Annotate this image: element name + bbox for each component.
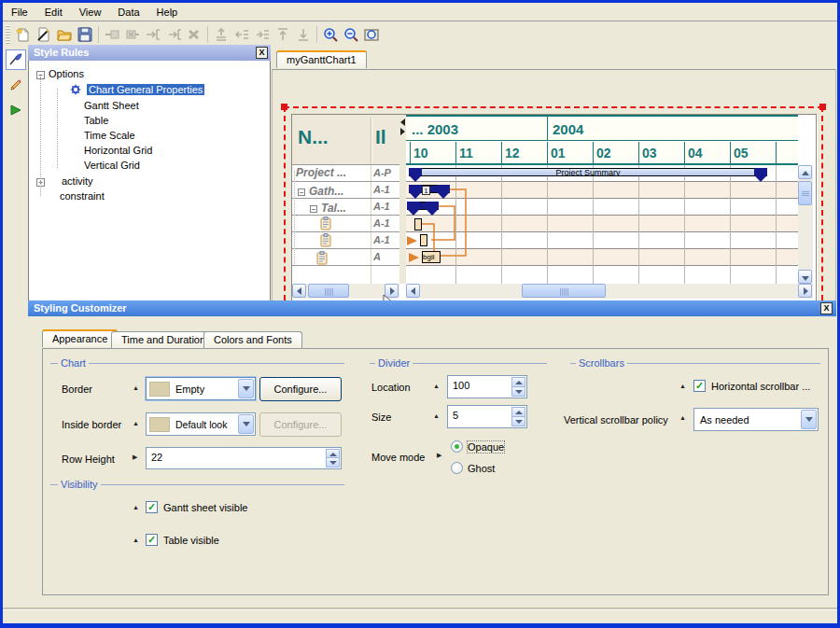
- gantt-sheet-visible-checkbox[interactable]: ✓: [146, 501, 158, 513]
- zoom-fit-icon[interactable]: [361, 24, 382, 45]
- table-cell-id[interactable]: A-1: [373, 234, 390, 245]
- vertical-scroll-thumb[interactable]: [798, 181, 812, 205]
- border-combobox[interactable]: Empty: [146, 377, 256, 400]
- customizer-titlebar[interactable]: Styling Customizer X: [28, 300, 836, 316]
- tab-myganttchart1[interactable]: myGanttChart1: [276, 50, 367, 68]
- table-cell-id[interactable]: A-1: [373, 217, 390, 229]
- gantt-horizontal-scrollbar[interactable]: [406, 284, 813, 299]
- spinner-down-icon[interactable]: [511, 416, 525, 427]
- table-row[interactable]: Project ...: [296, 166, 346, 179]
- spinner-down-icon[interactable]: [326, 457, 340, 468]
- property-marker-icon[interactable]: ▲: [133, 504, 139, 510]
- scroll-right-icon[interactable]: [798, 284, 812, 298]
- configure-border-button[interactable]: Configure...: [259, 377, 342, 401]
- indent-icon[interactable]: [252, 24, 273, 45]
- row-height-spinner[interactable]: 22: [146, 447, 342, 469]
- tree-node-constraint[interactable]: constraint: [36, 189, 105, 203]
- table-cell-id[interactable]: A-1: [373, 184, 390, 195]
- menu-data[interactable]: Data: [109, 4, 147, 21]
- tab-appearance[interactable]: Appearance: [42, 329, 118, 347]
- tree-node-options[interactable]: −Options: [36, 67, 84, 81]
- new-document-icon[interactable]: [13, 24, 34, 45]
- property-marker-icon[interactable]: ▲: [133, 384, 139, 391]
- open-icon[interactable]: [54, 24, 75, 45]
- edit-pencil-icon[interactable]: [6, 75, 26, 95]
- time-scale[interactable]: ... 2003 2004 10 11 12 01 02 03 04: [406, 115, 798, 165]
- tree-node-table[interactable]: Table: [84, 114, 108, 128]
- property-marker-icon[interactable]: ▲: [133, 420, 139, 426]
- tab-colors-and-fonts[interactable]: Colors and Fonts: [203, 331, 302, 348]
- property-marker-icon[interactable]: ▲: [133, 537, 139, 543]
- move-up-icon[interactable]: [273, 24, 293, 45]
- scroll-left-icon[interactable]: [406, 284, 420, 298]
- chevron-down-icon[interactable]: [238, 379, 254, 398]
- column-divider[interactable]: [371, 117, 371, 163]
- style-rules-titlebar[interactable]: Style Rules X: [28, 45, 271, 61]
- property-marker-icon[interactable]: ▲: [433, 412, 440, 419]
- property-marker-icon[interactable]: ▲: [433, 383, 440, 389]
- table-cell-id[interactable]: A: [373, 251, 381, 262]
- opaque-radio-label[interactable]: Opaque: [468, 441, 504, 453]
- zoom-out-icon[interactable]: [341, 24, 361, 45]
- chevron-down-icon[interactable]: [238, 414, 254, 434]
- tree-node-gantt-sheet[interactable]: Gantt Sheet: [84, 99, 139, 113]
- new-wizard-icon[interactable]: [34, 24, 54, 45]
- gantt-sheet[interactable]: ... 2003 2004 10 11 12 01 02 03 04: [406, 115, 798, 284]
- close-icon[interactable]: X: [256, 47, 268, 59]
- size-spinner[interactable]: 5: [447, 405, 527, 428]
- menu-view[interactable]: View: [71, 4, 110, 21]
- table-row[interactable]: [316, 251, 328, 268]
- property-marker-icon[interactable]: ▶: [133, 454, 137, 461]
- selection-handle[interactable]: [819, 104, 826, 110]
- divider-expand-right-icon[interactable]: [400, 128, 405, 135]
- property-marker-icon[interactable]: ▲: [679, 383, 686, 389]
- table-col-name[interactable]: N...: [298, 126, 329, 148]
- horizontal-scroll-thumb[interactable]: [522, 284, 606, 298]
- table-col-id[interactable]: Il: [375, 126, 386, 148]
- attach-data-icon[interactable]: [102, 24, 122, 45]
- save-icon[interactable]: [75, 24, 95, 45]
- scroll-left-icon[interactable]: [292, 284, 306, 298]
- scroll-down-icon[interactable]: [798, 270, 812, 284]
- paste-special-icon[interactable]: [211, 24, 231, 45]
- table-row[interactable]: −Gath...: [298, 185, 343, 198]
- inside-border-combobox[interactable]: Default look: [146, 412, 256, 436]
- table-visible-checkbox[interactable]: ✓: [146, 534, 158, 546]
- spinner-down-icon[interactable]: [511, 386, 525, 398]
- horizontal-scrollbar-checkbox[interactable]: ✓: [693, 380, 706, 392]
- table-row[interactable]: −Tal...: [310, 202, 346, 215]
- table-row[interactable]: [320, 216, 331, 233]
- scroll-up-icon[interactable]: [798, 165, 812, 179]
- toolbar-grip[interactable]: [6, 25, 10, 44]
- run-preview-icon[interactable]: [6, 100, 26, 120]
- ghost-radio[interactable]: [451, 462, 463, 474]
- vertical-scrollbar-policy-combobox[interactable]: As needed: [693, 408, 819, 431]
- preview-canvas[interactable]: N... Il Project ... A-P −Gath... A-1: [272, 69, 836, 301]
- move-down-icon[interactable]: [293, 24, 314, 45]
- property-marker-icon[interactable]: ▶: [437, 452, 441, 459]
- insert-after-icon[interactable]: [163, 24, 184, 45]
- close-icon[interactable]: X: [820, 302, 833, 314]
- insert-before-icon[interactable]: [143, 24, 163, 45]
- location-spinner[interactable]: 100: [447, 375, 527, 398]
- configure-inside-border-button[interactable]: Configure...: [259, 412, 342, 437]
- detach-data-icon[interactable]: [122, 24, 143, 45]
- table-cell-id[interactable]: A-1: [373, 201, 390, 212]
- selection-handle[interactable]: [281, 104, 287, 110]
- collapse-icon[interactable]: −: [310, 205, 317, 213]
- ghost-radio-label[interactable]: Ghost: [468, 463, 495, 474]
- opaque-radio[interactable]: [451, 440, 463, 453]
- divider-collapse-left-icon[interactable]: [400, 119, 405, 126]
- collapse-icon[interactable]: −: [298, 188, 305, 196]
- delete-icon[interactable]: [184, 24, 204, 45]
- gantt-chart-component[interactable]: N... Il Project ... A-P −Gath... A-1: [291, 114, 817, 303]
- tree-node-chart-general-properties[interactable]: Chart General Properties: [70, 83, 204, 97]
- tree-node-vertical-grid[interactable]: Vertical Grid: [84, 159, 140, 173]
- tab-time-and-duration[interactable]: Time and Duration: [111, 331, 216, 348]
- property-marker-icon[interactable]: ▲: [679, 414, 686, 421]
- tree-node-time-scale[interactable]: Time Scale: [84, 129, 135, 143]
- table-row[interactable]: [320, 233, 331, 250]
- tree-node-activity[interactable]: +activity: [36, 174, 93, 188]
- table-cell-id[interactable]: A-P: [373, 167, 391, 178]
- outdent-icon[interactable]: [231, 24, 252, 45]
